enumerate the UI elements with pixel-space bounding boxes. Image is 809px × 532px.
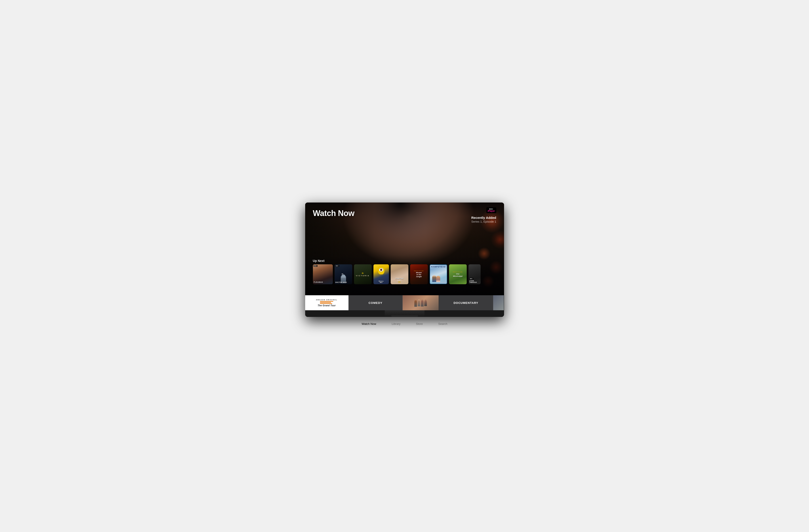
victoria-title: VICTORIA [356,275,369,277]
thumbnail-mozart[interactable]: AMAZON ORIGINAL Mozartin theJungle [410,264,428,284]
minions-title: MinionsME3 [379,281,384,283]
mozart-title: Mozartin theJungle [416,272,422,278]
grand-tour-content: AMAZON ORIGINAL The Grand Tour [312,297,341,308]
louis-name: LOUISTHEROUX [469,280,477,283]
hero-section[interactable]: Watch Now BBC iPlayer Recently Added Ser… [305,202,504,295]
nav-watch-now-label: Watch Now [362,322,376,325]
recently-added-label: Recently Added [471,216,496,219]
category-documentary[interactable]: DOCUMENTARY [439,295,493,310]
nav-store-label: Store [416,322,423,325]
categories-row: AMAZON ORIGINAL The Grand Tour COMEDY [305,295,504,310]
thumbnail-minions[interactable]: MinionsME3 [374,264,389,284]
category-partial[interactable] [493,295,504,310]
minions-overlay: MinionsME3 [374,264,389,284]
nav-library-label: Library [392,322,400,325]
category-grand-tour[interactable]: AMAZON ORIGINAL The Grand Tour [305,295,348,310]
hampstead-title: HAMPSTEAD [430,266,447,268]
tv-stand [385,310,425,317]
thumbnail-onemiss[interactable]: AMAZON ORIGINAL OneMississippi [449,264,467,284]
grand-tour-title: The Grand Tour [317,304,335,307]
tv-frame: Watch Now BBC iPlayer Recently Added Ser… [305,202,504,317]
thumbnail-louis[interactable]: BBC LOUISTHEROUX [468,264,481,284]
category-image[interactable] [402,295,439,310]
thumbnail-coldfeet[interactable]: Cold Feet SERIES 7 itv [391,264,408,284]
thumbnail-hampstead[interactable]: HAMPSTEAD [430,264,447,284]
nav-search-label: Search [438,322,447,325]
onemiss-overlay: AMAZON ORIGINAL OneMississippi [449,264,467,284]
thumbnails-row: BBC FLEABAG BBC [305,264,504,284]
thumbnail-victoria[interactable]: itv VICTORIA [354,264,372,284]
onemiss-title: OneMississippi [453,273,463,277]
fleabag-bbc-badge: BBC [313,265,317,267]
recently-added-info: Recently Added Series 1, Episode 1 [471,216,496,223]
recently-added-subtitle: Series 1, Episode 1 [471,220,496,223]
image-cat-figures [402,295,438,310]
louis-overlay: BBC LOUISTHEROUX [468,264,481,284]
tv-screen: Watch Now BBC iPlayer Recently Added Ser… [305,202,504,310]
thumbnail-fleabag[interactable]: BBC FLEABAG [313,264,333,284]
nav-items: Watch Now Library Store Search [359,321,449,327]
up-next-section: Up Next BBC FLEABAG BBC [305,259,504,284]
category-comedy[interactable]: COMEDY [348,295,402,310]
louis-bbc-badge: BBC [469,278,474,280]
tv-stand-area [305,310,504,317]
victoria-overlay: itv VICTORIA [354,264,372,284]
bbc-text: BBC [489,208,493,210]
documentary-label: DOCUMENTARY [453,301,478,304]
victoria-itv-logo: itv [362,272,364,274]
up-next-label: Up Next [313,259,504,263]
nav-watch-now[interactable]: Watch Now [359,321,378,327]
comedy-label: COMEDY [368,301,382,304]
nav-library[interactable]: Library [389,321,402,327]
grand-tour-logo [320,301,333,304]
bbc-iplayer-badge[interactable]: BBC iPlayer [486,207,496,213]
dw-bbc-badge: BBC [335,265,339,267]
thumbnail-doctorwho[interactable]: BBC DOCTOR WHO [334,264,352,284]
nav-store[interactable]: Store [414,321,425,327]
dw-title: DOCTOR WHO [335,282,347,283]
hero-title: Watch Now [313,209,355,218]
fleabag-title: FLEABAG [314,281,323,283]
coldfeet-content: Cold Feet SERIES 7 itv [391,264,408,284]
mozart-overlay: AMAZON ORIGINAL Mozartin theJungle [410,264,428,284]
coldfeet-itv: itv [398,281,401,283]
onemiss-amazon: AMAZON ORIGINAL [453,271,463,272]
coldfeet-title: Cold Feet [395,278,403,280]
iplayer-text: iPlayer [488,210,495,212]
partial-cat-bg [493,295,504,310]
hampstead-overlay: HAMPSTEAD [430,265,447,284]
nav-search[interactable]: Search [436,321,449,327]
bottom-nav: Watch Now Library Store Search [305,317,504,330]
mozart-amazon: AMAZON ORIGINAL [414,270,424,271]
grand-tour-amazon-label: AMAZON ORIGINAL [316,299,338,301]
page-wrapper: Watch Now BBC iPlayer Recently Added Ser… [0,0,809,532]
